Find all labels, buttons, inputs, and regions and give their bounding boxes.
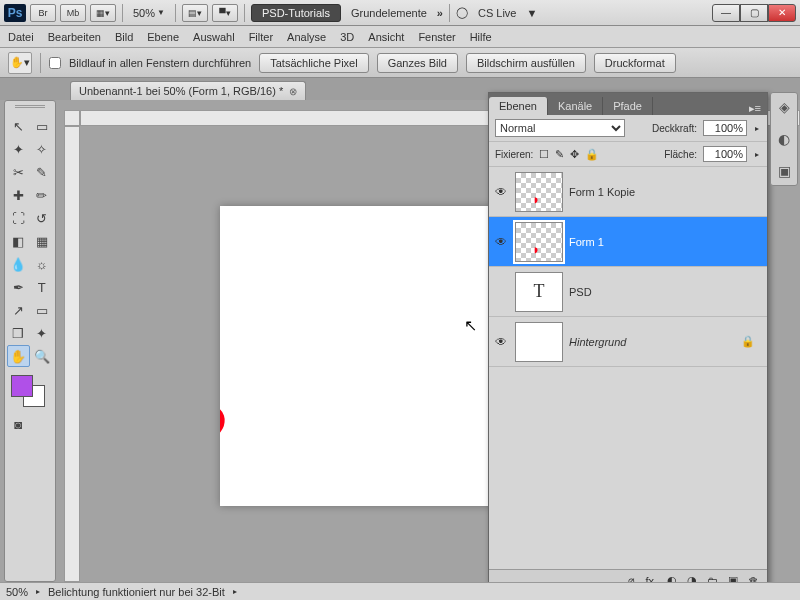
- close-tab-icon[interactable]: ⊗: [289, 86, 297, 97]
- zoom-tool[interactable]: 🔍: [31, 345, 54, 367]
- print-size-button[interactable]: Druckformat: [594, 53, 676, 73]
- history-brush-tool[interactable]: ↺: [31, 207, 54, 229]
- move-tool[interactable]: ↖: [7, 115, 30, 137]
- opacity-field[interactable]: 100%: [703, 120, 747, 136]
- lock-move-icon[interactable]: ✥: [570, 148, 579, 161]
- visibility-icon[interactable]: 👁: [493, 185, 509, 199]
- marquee-tool[interactable]: ▭: [31, 115, 54, 137]
- wand-tool[interactable]: ✧: [31, 138, 54, 160]
- minibridge-button[interactable]: Mb: [60, 4, 86, 22]
- cslive-label[interactable]: CS Live: [472, 7, 523, 19]
- eraser-tool[interactable]: ◧: [7, 230, 30, 252]
- bridge-button[interactable]: Br: [30, 4, 56, 22]
- fill-field[interactable]: 100%: [703, 146, 747, 162]
- layer-row[interactable]: 👁 Hintergrund 🔒: [489, 317, 767, 367]
- blur-tool[interactable]: 💧: [7, 253, 30, 275]
- layer-name[interactable]: Form 1 Kopie: [569, 186, 635, 198]
- options-bar: ✋▾ Bildlauf in allen Fenstern durchführe…: [0, 48, 800, 78]
- 3d-tool[interactable]: ❒: [7, 322, 30, 344]
- brush-tool[interactable]: ✏: [31, 184, 54, 206]
- menu-datei[interactable]: Datei: [8, 31, 34, 43]
- ruler-vertical[interactable]: [64, 126, 80, 582]
- path-tool[interactable]: ↗: [7, 299, 30, 321]
- visibility-icon[interactable]: 👁: [493, 335, 509, 349]
- gradient-tool[interactable]: ▦: [31, 230, 54, 252]
- workspace-title-2[interactable]: Grundelemente: [345, 7, 433, 19]
- pen-tool[interactable]: ✒: [7, 276, 30, 298]
- layer-row[interactable]: T PSD: [489, 267, 767, 317]
- layer-thumb[interactable]: [515, 322, 563, 362]
- fill-stepper[interactable]: ▸: [753, 150, 761, 159]
- menu-auswahl[interactable]: Auswahl: [193, 31, 235, 43]
- window-maximize[interactable]: ▢: [740, 4, 768, 22]
- layer-thumb[interactable]: T: [515, 272, 563, 312]
- menu-analyse[interactable]: Analyse: [287, 31, 326, 43]
- menu-3d[interactable]: 3D: [340, 31, 354, 43]
- menu-ansicht[interactable]: Ansicht: [368, 31, 404, 43]
- scroll-all-checkbox[interactable]: [49, 57, 61, 69]
- tab-pfade[interactable]: Pfade: [603, 97, 653, 115]
- cslive-icon[interactable]: ◯: [456, 6, 468, 19]
- menu-fenster[interactable]: Fenster: [418, 31, 455, 43]
- layer-name[interactable]: PSD: [569, 286, 592, 298]
- 3dcamera-tool[interactable]: ✦: [31, 322, 54, 344]
- panel-tabs: Ebenen Kanäle Pfade ▸≡: [489, 93, 767, 115]
- tab-kanaele[interactable]: Kanäle: [548, 97, 603, 115]
- lock-brush-icon[interactable]: ✎: [555, 148, 564, 161]
- ruler-corner: [64, 110, 80, 126]
- dock-layers-icon[interactable]: ◈: [774, 97, 794, 117]
- lock-icon: 🔒: [741, 335, 755, 348]
- layer-name[interactable]: Hintergrund: [569, 336, 626, 348]
- menu-hilfe[interactable]: Hilfe: [470, 31, 492, 43]
- menu-bar: Datei Bearbeiten Bild Ebene Auswahl Filt…: [0, 26, 800, 48]
- canvas[interactable]: [220, 206, 530, 506]
- eyedropper-tool[interactable]: ✎: [31, 161, 54, 183]
- foreground-color[interactable]: [11, 375, 33, 397]
- fill-screen-button[interactable]: Bildschirm ausfüllen: [466, 53, 586, 73]
- type-tool[interactable]: T: [31, 276, 54, 298]
- hand-tool[interactable]: ✋: [7, 345, 30, 367]
- layer-thumb[interactable]: [515, 172, 563, 212]
- quickmask-tool[interactable]: ◙: [7, 413, 30, 435]
- panel-menu-icon[interactable]: ▸≡: [743, 102, 767, 115]
- layer-row[interactable]: 👁 Form 1: [489, 217, 767, 267]
- dock-adjust-icon[interactable]: ◐: [774, 129, 794, 149]
- arrange-button[interactable]: ▦▾: [90, 4, 116, 22]
- window-minimize[interactable]: —: [712, 4, 740, 22]
- fit-screen-button[interactable]: Ganzes Bild: [377, 53, 458, 73]
- visibility-icon[interactable]: 👁: [493, 235, 509, 249]
- current-tool-icon[interactable]: ✋▾: [8, 52, 32, 74]
- dock-styles-icon[interactable]: ▣: [774, 161, 794, 181]
- dodge-tool[interactable]: ☼: [31, 253, 54, 275]
- lock-all-icon[interactable]: 🔒: [585, 148, 599, 161]
- menu-bearbeiten[interactable]: Bearbeiten: [48, 31, 101, 43]
- workspace-title-1[interactable]: PSD-Tutorials: [251, 4, 341, 22]
- zoom-dropdown[interactable]: 50%▼: [129, 4, 169, 22]
- blend-mode-select[interactable]: Normal: [495, 119, 625, 137]
- workspace-more[interactable]: »: [437, 7, 443, 19]
- layer-name[interactable]: Form 1: [569, 236, 604, 248]
- heal-tool[interactable]: ✚: [7, 184, 30, 206]
- app-bar: Ps Br Mb ▦▾ 50%▼ ▤▾ ▀▾ PSD-Tutorials Gru…: [0, 0, 800, 26]
- color-swatches[interactable]: [7, 373, 53, 409]
- menu-bild[interactable]: Bild: [115, 31, 133, 43]
- lock-transparency-icon[interactable]: ☐: [539, 148, 549, 161]
- tab-ebenen[interactable]: Ebenen: [489, 97, 548, 115]
- layer-thumb[interactable]: [515, 222, 563, 262]
- menu-ebene[interactable]: Ebene: [147, 31, 179, 43]
- document-tab[interactable]: Unbenannt-1 bei 50% (Form 1, RGB/16) * ⊗: [70, 81, 306, 100]
- lock-label: Fixieren:: [495, 149, 533, 160]
- stamp-tool[interactable]: ⛶: [7, 207, 30, 229]
- screenmode-button[interactable]: ▀▾: [212, 4, 238, 22]
- status-zoom[interactable]: 50%: [6, 586, 28, 598]
- tools-grip[interactable]: [7, 105, 53, 113]
- opacity-stepper[interactable]: ▸: [753, 124, 761, 133]
- shape-tool[interactable]: ▭: [31, 299, 54, 321]
- viewextras-button[interactable]: ▤▾: [182, 4, 208, 22]
- crop-tool[interactable]: ✂: [7, 161, 30, 183]
- menu-filter[interactable]: Filter: [249, 31, 273, 43]
- lasso-tool[interactable]: ✦: [7, 138, 30, 160]
- layer-row[interactable]: 👁 Form 1 Kopie: [489, 167, 767, 217]
- window-close[interactable]: ✕: [768, 4, 796, 22]
- actual-pixels-button[interactable]: Tatsächliche Pixel: [259, 53, 368, 73]
